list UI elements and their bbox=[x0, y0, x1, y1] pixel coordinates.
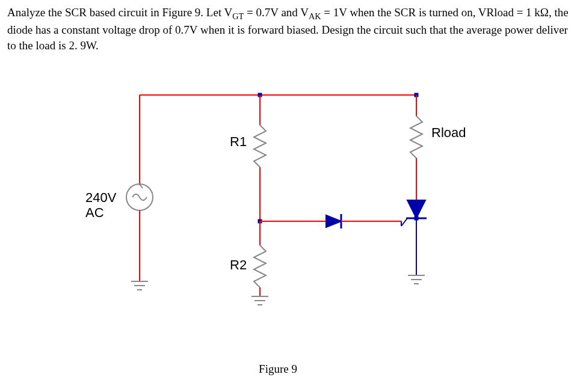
ground-mid bbox=[251, 296, 268, 305]
circuit-diagram: 240V AC R1 R2 Rload bbox=[67, 77, 489, 360]
diode-triangle bbox=[326, 215, 341, 227]
sine-icon bbox=[132, 194, 147, 200]
node-scr-k bbox=[415, 216, 418, 220]
resistor-rload bbox=[410, 116, 422, 158]
problem-text-2: = 0.7V and V bbox=[244, 6, 309, 19]
source-voltage-label: 240V bbox=[85, 190, 116, 206]
rload-label: Rload bbox=[431, 125, 466, 141]
problem-text-1: Analyze the SCR based circuit in Figure … bbox=[7, 6, 232, 19]
ground-left bbox=[131, 281, 148, 290]
resistor-r1 bbox=[254, 125, 266, 167]
figure-caption: Figure 9 bbox=[67, 363, 489, 376]
resistor-r2 bbox=[254, 245, 266, 287]
ground-right bbox=[408, 275, 425, 284]
scr-triangle bbox=[407, 200, 425, 218]
subscript-vgt: GT bbox=[232, 11, 244, 21]
r2-label: R2 bbox=[230, 257, 247, 273]
scr-gate-lead-1 bbox=[401, 218, 407, 226]
problem-statement: Analyze the SCR based circuit in Figure … bbox=[7, 5, 579, 53]
circuit-svg bbox=[67, 77, 489, 341]
subscript-vak: AK bbox=[309, 11, 321, 21]
source-type-label: AC bbox=[85, 205, 104, 221]
r1-label: R1 bbox=[230, 134, 247, 150]
